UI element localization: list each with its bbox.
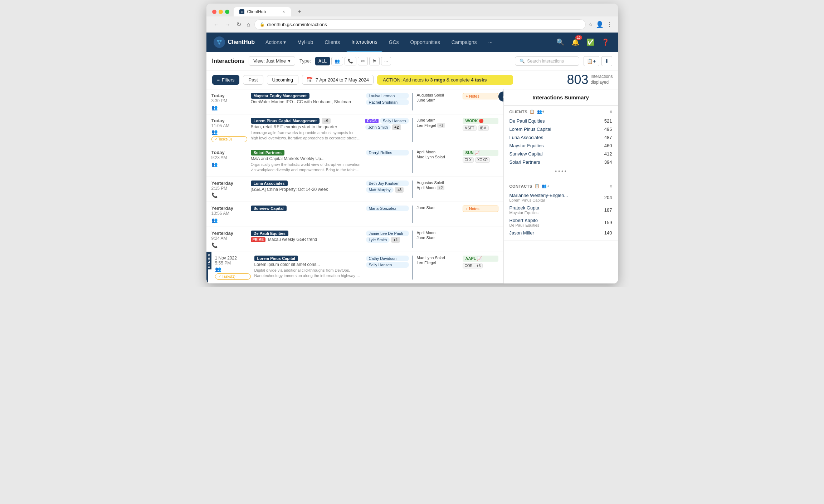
home-button[interactable]: ⌂: [245, 20, 252, 29]
forward-button[interactable]: →: [224, 20, 232, 29]
help-button[interactable]: ❓: [600, 37, 611, 48]
date-range-text: 7 Apr 2024 to 7 May 2024: [316, 77, 369, 83]
type-filter-people[interactable]: 👥: [331, 57, 343, 65]
header-action-buttons: 📋+ ⬇: [584, 56, 612, 66]
contact-chip[interactable]: Louisa Lerman: [366, 93, 409, 99]
search-interactions-box[interactable]: 🔍 Search interactions: [515, 56, 579, 66]
row-subtitle-4: [GS/LA] China Property: Oct 14-20 week: [251, 187, 362, 192]
contact-chip[interactable]: John Smith: [365, 124, 391, 130]
bookmark-button[interactable]: ☆: [589, 22, 593, 27]
new-tab-button[interactable]: +: [295, 7, 304, 16]
row-subtitle-1: OneWater Marine IPO - CC with Neubaum, S…: [251, 99, 362, 104]
coverage-name: June Starr: [417, 236, 459, 240]
back-button[interactable]: ←: [212, 20, 221, 29]
contact-panel-row: Jason Miller 140: [509, 229, 612, 237]
upcoming-button[interactable]: Upcoming: [267, 75, 299, 85]
contact-chip[interactable]: Sally Hansen: [380, 118, 409, 124]
nav-item-campaigns[interactable]: Campaigns: [447, 33, 482, 52]
contact-chip[interactable]: Lyle Smith: [366, 237, 390, 243]
tab-close-button[interactable]: ×: [282, 9, 285, 14]
task-badge-2[interactable]: ✓ Tasks(3): [211, 136, 247, 142]
browser-tab[interactable]: C ClientHub ×: [234, 7, 291, 16]
row-content-3: Solari Partners M&A and Capital Markets …: [251, 150, 362, 173]
note-tag[interactable]: + Notes: [463, 93, 498, 99]
refresh-button[interactable]: ↻: [235, 20, 243, 29]
row-content-7: Lorem Pinus Capital Lorem ipsum dolor si…: [254, 256, 362, 280]
contact-chip[interactable]: Darryl Rollins: [366, 150, 409, 155]
contact-chip[interactable]: Maria Gonzalez: [366, 206, 409, 211]
address-box[interactable]: 🔒 clienthub.gs.com/interactions: [254, 19, 585, 30]
client-tag-2[interactable]: Lorem Pinus Capital Management: [251, 118, 320, 124]
close-dot[interactable]: [212, 10, 216, 14]
view-select-button[interactable]: View: Just Mine ▾: [249, 56, 295, 66]
nav-item-clients[interactable]: Clients: [320, 33, 345, 52]
stock-chip: XOXO: [475, 157, 490, 163]
task-badge-7[interactable]: ✓ Tasks(1): [215, 273, 251, 280]
interaction-row-senior: SENIOR 1 Nov 2022 5:55 PM 👥 ✓ Tasks(1) L…: [206, 252, 503, 283]
row-date-5: Yesterday: [211, 206, 247, 211]
nav-item-more[interactable]: ···: [483, 33, 498, 52]
panel-client-2[interactable]: Lorem Pinus Capital: [509, 127, 551, 132]
client-tag-7[interactable]: Lorem Pinus Capital: [254, 256, 298, 261]
row-title-2: Lorem Pinus Capital Management +9: [251, 118, 362, 124]
client-tag-1[interactable]: Maystar Equity Management: [251, 93, 310, 99]
nav-item-opportunities[interactable]: Opportunities: [405, 33, 445, 52]
browser-more-button[interactable]: ⋮: [606, 21, 612, 28]
panel-client-1[interactable]: De Pauli Equities: [509, 118, 545, 124]
tasks-button[interactable]: ✅: [585, 37, 596, 48]
type-filter-email[interactable]: ✉: [358, 57, 368, 65]
coverage-extra: +1: [437, 123, 445, 128]
download-button[interactable]: ⬇: [601, 56, 612, 66]
calendar-icon: 📅: [307, 77, 313, 83]
panel-contact-2[interactable]: Prateek Gupta: [509, 205, 540, 211]
clients-more-dots[interactable]: • • • •: [509, 166, 612, 176]
nav-item-interactions[interactable]: Interactions: [346, 33, 382, 52]
maximize-dot[interactable]: [225, 10, 229, 14]
add-interaction-button[interactable]: 📋+: [584, 56, 599, 66]
nav-item-myhub[interactable]: MyHub: [292, 33, 318, 52]
panel-contact-3[interactable]: Robert Kapito: [509, 218, 540, 223]
panel-client-3[interactable]: Luna Associates: [509, 135, 543, 140]
panel-client-6[interactable]: Solari Partners: [509, 159, 540, 165]
contact-chip[interactable]: Matt Murphy: [366, 187, 394, 193]
contact-chip[interactable]: Beth Joy Knutsen: [366, 181, 409, 186]
contact-chip[interactable]: Jamie Lee De Pauli: [366, 231, 409, 236]
client-tag-3[interactable]: Solari Partners: [251, 150, 284, 155]
section-header-clients: CLIENTS 📋 👥+ #: [509, 109, 612, 114]
type-filter-more[interactable]: ···: [381, 57, 391, 65]
panel-client-4[interactable]: Maystar Equities: [509, 143, 544, 148]
type-filter-phone[interactable]: 📞: [345, 57, 356, 65]
row-tags-5: + Notes: [463, 206, 498, 223]
note-tag[interactable]: + Notes: [463, 206, 498, 212]
panel-contact-1[interactable]: Marianne Westerly-Engleh...: [509, 193, 568, 198]
contact-chip[interactable]: Sally Hansen: [366, 262, 409, 268]
nav-item-gcs[interactable]: GCs: [384, 33, 404, 52]
clients-section-label: CLIENTS 📋 👥+: [509, 109, 545, 114]
past-button[interactable]: Past: [243, 75, 263, 85]
panel-contact-sub-3: De Pauli Equities: [509, 223, 540, 227]
panel-client-5[interactable]: Sunview Capital: [509, 151, 543, 157]
notifications-button[interactable]: 🔔 10: [570, 37, 581, 48]
client-tag-6[interactable]: De Pauli Equities: [251, 231, 288, 236]
panel-contact-4[interactable]: Jason Miller: [509, 230, 534, 236]
browser-titlebar: C ClientHub × +: [206, 4, 618, 16]
stock-chip: MSFT: [463, 125, 477, 131]
date-range-picker[interactable]: 📅 7 Apr 2024 to 7 May 2024: [302, 75, 374, 85]
profile-button[interactable]: 👤: [596, 21, 604, 29]
contact-chip[interactable]: Cathy Davidson: [366, 256, 409, 261]
search-nav-button[interactable]: 🔍: [555, 37, 566, 48]
filters-button[interactable]: ≡ Filters: [212, 75, 240, 85]
client-tag-4[interactable]: Luna Associates: [251, 181, 288, 186]
type-filter-flag[interactable]: ⚑: [369, 57, 380, 65]
search-placeholder: Search interactions: [527, 59, 564, 64]
type-filter-all[interactable]: ALL: [315, 57, 330, 65]
nav-item-actions[interactable]: Actions ▾: [260, 33, 291, 52]
coverage-extra: +2: [437, 186, 444, 190]
row-tags-1: + Notes: [463, 93, 498, 110]
minimize-dot[interactable]: [219, 10, 223, 14]
interaction-row: Yesterday 9:24 AM 📞 De Pauli Equities PR…: [206, 227, 503, 252]
address-text: clienthub.gs.com/interactions: [267, 22, 580, 27]
contact-chip[interactable]: Rachel Shulman: [366, 99, 409, 105]
client-tag-5[interactable]: Sunview Capital: [251, 206, 287, 211]
contact-panel-row: Prateek Gupta Maystar Equities 187: [509, 204, 612, 216]
